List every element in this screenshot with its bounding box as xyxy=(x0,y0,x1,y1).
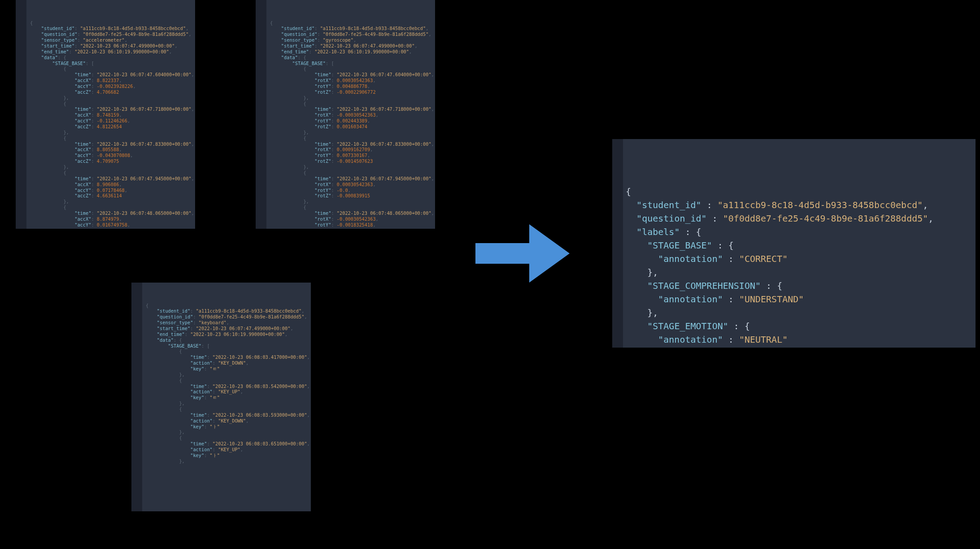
arrow-icon xyxy=(475,224,570,283)
svg-marker-0 xyxy=(475,224,570,283)
json-panel-gyroscope: { "student_id": "a111ccb9-8c18-4d5d-b933… xyxy=(256,0,435,229)
json-panel-keyboard: { "student_id": "a111ccb9-8c18-4d5d-b933… xyxy=(131,283,311,511)
json-panel-labels: { "student_id" : "a111ccb9-8c18-4d5d-b93… xyxy=(612,139,976,348)
json-panel-accelerometer: { "student_id": "a111ccb9-8c18-4d5d-b933… xyxy=(16,0,195,229)
